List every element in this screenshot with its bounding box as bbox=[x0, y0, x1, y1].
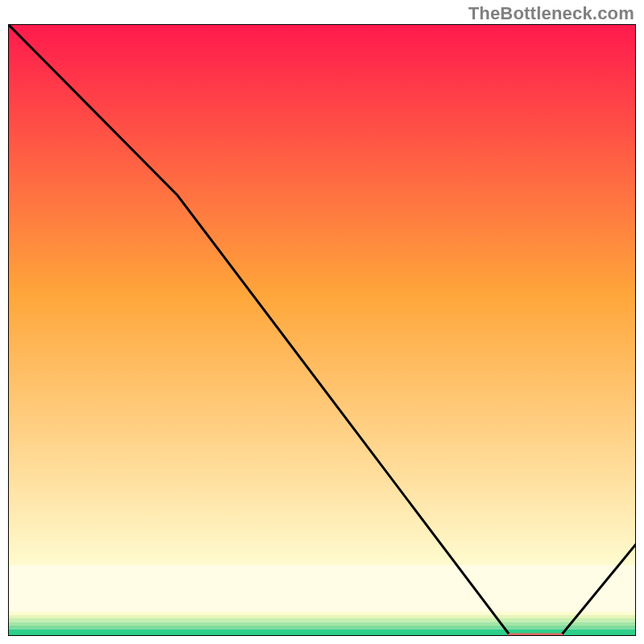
bg-band-2 bbox=[8, 612, 636, 616]
attribution-text: TheBottleneck.com bbox=[469, 3, 634, 24]
bg-band-3 bbox=[8, 615, 636, 618]
bg-band-0 bbox=[8, 24, 636, 566]
bg-band-6 bbox=[8, 625, 636, 630]
bg-band-5 bbox=[8, 622, 636, 626]
bg-band-1 bbox=[8, 566, 636, 612]
chart-svg bbox=[8, 24, 636, 636]
bg-band-4 bbox=[8, 618, 636, 622]
plot-area bbox=[8, 24, 636, 636]
